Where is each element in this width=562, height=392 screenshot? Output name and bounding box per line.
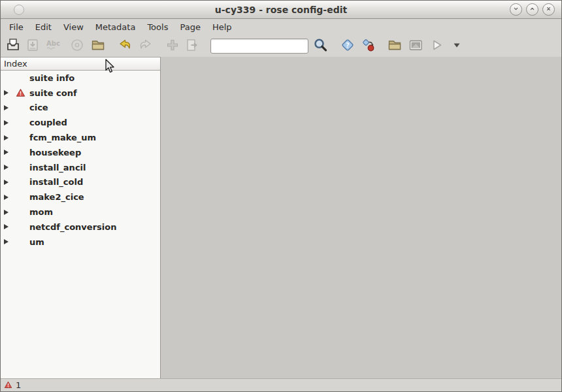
tree-item-label: um — [29, 237, 44, 247]
tree-item-suite-conf[interactable]: suite conf — [1, 86, 160, 101]
disc-icon — [69, 37, 85, 55]
transform-icon — [361, 37, 376, 55]
window-controls — [510, 3, 555, 16]
shade-button[interactable] — [510, 3, 522, 16]
tree-item-fcm_make_um[interactable]: fcm_make_um — [1, 130, 160, 145]
menubar: FileEditViewMetadataToolsPageHelp — [1, 19, 561, 35]
statusbar: 1 — [1, 378, 561, 391]
tree-item-cice[interactable]: cice — [1, 101, 160, 116]
tree-item-um[interactable]: um — [1, 235, 160, 250]
tree-item-suite-info[interactable]: suite info — [1, 71, 160, 86]
save-icon — [25, 37, 41, 55]
index-column-header[interactable]: Index — [1, 57, 160, 71]
transform-button[interactable] — [359, 37, 378, 55]
close-x-icon — [544, 3, 553, 16]
validate-button[interactable]: ? — [339, 37, 357, 55]
menu-file[interactable]: File — [3, 20, 29, 34]
menu-help[interactable]: Help — [207, 20, 238, 34]
add-button[interactable] — [163, 37, 182, 55]
warning-icon — [11, 88, 29, 97]
undo-icon — [118, 37, 133, 55]
expander-icon[interactable] — [1, 195, 11, 200]
expander-icon[interactable] — [1, 150, 11, 155]
tree-item-install_ancil[interactable]: install_ancil — [1, 160, 160, 175]
tree-item-label: housekeep — [29, 148, 81, 157]
folder2-button[interactable] — [386, 37, 404, 55]
app-window: u-cy339 - rose config-edit FileEditViewM… — [0, 0, 562, 392]
tree-item-label: install_ancil — [29, 163, 86, 172]
tree-item-coupled[interactable]: coupled — [1, 115, 160, 130]
svg-text:Abc: Abc — [46, 40, 60, 47]
svg-text:?: ? — [346, 41, 350, 48]
status-warning-count: 1 — [16, 380, 21, 390]
spellcheck-button[interactable]: Abc — [43, 37, 61, 55]
tree-item-label: netcdf_conversion — [29, 222, 116, 232]
window-title: u-cy339 - rose config-edit — [1, 5, 561, 15]
tree-item-make2_cice[interactable]: make2_cice — [1, 189, 160, 204]
expander-icon[interactable] — [1, 120, 11, 125]
menu-edit[interactable]: Edit — [29, 20, 58, 34]
menu-tools[interactable]: Tools — [141, 20, 174, 34]
open-icon — [5, 37, 21, 55]
config-tree: suite infosuite confcicecoupledfcm_make_… — [1, 71, 160, 378]
output-icon — [408, 37, 423, 55]
expander-icon[interactable] — [1, 105, 11, 110]
window-menu-button[interactable] — [14, 5, 24, 15]
spellcheck-icon: Abc — [44, 37, 60, 55]
tree-item-label: fcm_make_um — [29, 133, 96, 142]
expander-icon[interactable] — [1, 135, 11, 140]
folder-icon — [90, 37, 106, 55]
tree-item-label: make2_cice — [29, 192, 84, 202]
close-button[interactable] — [542, 3, 555, 16]
titlebar[interactable]: u-cy339 - rose config-edit — [1, 1, 561, 19]
tree-item-label: mom — [29, 207, 53, 217]
open-button[interactable] — [4, 37, 22, 55]
save-button[interactable] — [24, 37, 42, 55]
dropdown-button[interactable] — [451, 37, 463, 55]
find-icon — [312, 37, 328, 55]
play-button[interactable] — [427, 37, 446, 55]
status-warning-icon[interactable] — [4, 379, 12, 391]
tree-item-housekeep[interactable]: housekeep — [1, 145, 160, 160]
expander-icon[interactable] — [1, 180, 11, 185]
menu-view[interactable]: View — [58, 20, 90, 34]
tree-item-label: suite conf — [29, 88, 77, 98]
disc-button[interactable] — [68, 37, 86, 55]
add-icon — [165, 37, 180, 55]
expander-icon[interactable] — [1, 210, 11, 215]
maximize-button[interactable] — [526, 3, 538, 16]
toolbar: Abc? — [1, 35, 561, 57]
main-pane — [161, 57, 561, 378]
export-button[interactable] — [183, 37, 201, 55]
expander-icon[interactable] — [1, 165, 11, 170]
tree-item-label: suite info — [29, 73, 74, 83]
dropdown-icon — [449, 37, 465, 55]
expander-icon[interactable] — [1, 239, 11, 244]
output-button[interactable] — [406, 37, 425, 55]
menu-metadata[interactable]: Metadata — [90, 20, 142, 34]
undo-button[interactable] — [116, 37, 135, 55]
tree-item-label: cice — [29, 103, 48, 112]
play-icon — [429, 37, 444, 55]
redo-button[interactable] — [136, 37, 154, 55]
tree-item-install_cold[interactable]: install_cold — [1, 175, 160, 190]
redo-icon — [137, 37, 153, 55]
expander-icon[interactable] — [1, 224, 11, 229]
chevron-down-icon — [512, 3, 520, 16]
sidebar-panel: Index suite infosuite confcicecoupledfcm… — [1, 57, 161, 378]
find-button[interactable] — [311, 37, 329, 55]
tree-item-netcdf_conversion[interactable]: netcdf_conversion — [1, 220, 160, 235]
export-icon — [184, 37, 200, 55]
folder2-icon — [387, 37, 403, 55]
search-input[interactable] — [210, 39, 308, 54]
expander-icon[interactable] — [1, 90, 11, 95]
tree-item-mom[interactable]: mom — [1, 204, 160, 220]
folder-button[interactable] — [89, 37, 107, 55]
validate-icon: ? — [340, 37, 355, 55]
menu-page[interactable]: Page — [174, 20, 206, 34]
tree-item-label: install_cold — [29, 177, 83, 187]
tree-item-label: coupled — [29, 118, 67, 127]
chevron-up-icon — [528, 3, 537, 16]
index-header-label: Index — [4, 59, 27, 69]
